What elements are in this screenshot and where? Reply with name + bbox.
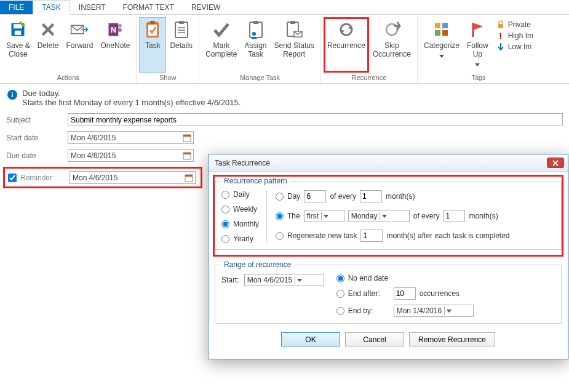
calendar-icon[interactable]: [184, 173, 194, 183]
private-button[interactable]: Private: [496, 20, 533, 30]
info-line2: Starts the first Monday of every 1 month…: [22, 98, 241, 107]
group-manage-label: Manage Task: [240, 73, 280, 83]
skip-occurrence-button[interactable]: Skip Occurrence: [369, 17, 415, 73]
day-number-input[interactable]: [304, 190, 326, 196]
task-button[interactable]: Task: [139, 17, 166, 73]
save-icon: [8, 20, 28, 39]
group-recurrence-label: Recurrence: [352, 73, 387, 83]
start-date-input[interactable]: Mon 4/6/2015: [68, 131, 194, 144]
send-status-button[interactable]: Send Status Report: [271, 17, 318, 73]
reminder-checkbox[interactable]: [8, 174, 17, 182]
followup-label: Follow Up: [467, 42, 488, 59]
svg-rect-1: [14, 24, 22, 28]
svg-rect-9: [148, 25, 157, 36]
svg-rect-16: [250, 22, 262, 38]
group-recurrence: Recurrence Skip Occurrence Recurrence: [321, 17, 418, 83]
forward-button[interactable]: Forward: [62, 17, 97, 73]
reminder-date-input[interactable]: Mon 4/6/2015: [70, 171, 196, 184]
info-icon: i: [7, 90, 17, 100]
clipboard-person-icon: [246, 20, 266, 39]
svg-rect-17: [253, 21, 258, 24]
tab-file[interactable]: FILE: [0, 1, 33, 14]
svg-rect-10: [150, 21, 155, 24]
svg-rect-32: [185, 175, 193, 177]
flag-icon: [468, 20, 487, 39]
tab-task[interactable]: TASK: [33, 0, 70, 15]
due-date-label: Due date: [6, 151, 68, 160]
delete-icon: [38, 20, 58, 39]
pattern-day-option[interactable]: Day of every month(s): [276, 190, 555, 196]
delete-label: Delete: [38, 42, 59, 50]
exclamation-icon: !: [496, 31, 506, 41]
tab-format-text[interactable]: FORMAT TEXT: [114, 1, 183, 14]
details-button[interactable]: Details: [166, 17, 196, 73]
day-months-input[interactable]: [360, 190, 382, 196]
save-close-label: Save & Close: [6, 42, 30, 59]
svg-text:N: N: [111, 26, 116, 34]
due-date-value: Mon 4/6/2015: [71, 151, 116, 160]
svg-rect-20: [290, 21, 295, 24]
save-close-button[interactable]: Save & Close: [2, 17, 34, 73]
mark-complete-label: Mark Complete: [205, 42, 237, 59]
ribbon: Save & Close Delete Forward N OneNote: [0, 15, 569, 84]
group-tags-label: Tags: [471, 73, 485, 83]
svg-rect-26: [498, 24, 503, 28]
info-line1: Due today.: [22, 89, 241, 98]
delete-button[interactable]: Delete: [34, 17, 63, 73]
group-actions: Save & Close Delete Forward N OneNote: [0, 17, 137, 83]
svg-rect-24: [435, 30, 440, 36]
svg-rect-25: [442, 30, 448, 36]
svg-rect-30: [183, 153, 191, 154]
categorize-button[interactable]: Categorize: [420, 17, 463, 73]
frequency-options: Daily Weekly Monthly Yearly: [221, 190, 267, 196]
subject-label: Subject: [6, 116, 68, 124]
recurrence-label: Recurrence: [327, 42, 365, 50]
followup-button[interactable]: Follow Up: [463, 17, 492, 73]
calendar-icon[interactable]: [182, 151, 192, 161]
svg-point-18: [252, 32, 256, 36]
recurrence-icon: [336, 20, 356, 39]
onenote-button[interactable]: N OneNote: [97, 17, 133, 73]
tab-review[interactable]: REVIEW: [183, 1, 229, 14]
priority-list: Private ! High Im Low Im: [492, 17, 537, 73]
tab-insert[interactable]: INSERT: [70, 1, 114, 14]
ribbon-tabs: FILE TASK INSERT FORMAT TEXT REVIEW: [0, 0, 569, 15]
low-importance-button[interactable]: Low Im: [496, 42, 533, 52]
forward-label: Forward: [66, 42, 93, 50]
high-label: High Im: [508, 31, 533, 40]
subject-input[interactable]: [68, 113, 563, 126]
check-icon: [212, 20, 231, 39]
group-tags: Categorize Follow Up Private ! High Im: [418, 17, 539, 83]
high-importance-button[interactable]: ! High Im: [496, 31, 533, 41]
private-label: Private: [508, 20, 531, 29]
svg-rect-23: [442, 23, 448, 28]
onenote-label: OneNote: [100, 42, 130, 50]
freq-daily[interactable]: Daily: [221, 190, 259, 196]
assign-task-button[interactable]: Assign Task: [241, 17, 270, 73]
pattern-legend: Recurrence pattern: [221, 177, 290, 185]
chevron-down-icon: [475, 60, 480, 69]
skip-label: Skip Occurrence: [373, 42, 411, 59]
group-actions-label: Actions: [57, 73, 79, 83]
svg-rect-12: [179, 21, 184, 24]
svg-rect-28: [183, 135, 191, 137]
start-date-value: Mon 4/6/2015: [71, 134, 116, 142]
close-icon: [552, 160, 559, 166]
due-date-input[interactable]: Mon 4/6/2015: [68, 149, 194, 162]
forward-icon: [70, 20, 89, 39]
dialog-titlebar[interactable]: Task Recurrence: [209, 154, 568, 172]
svg-rect-6: [119, 24, 122, 27]
recurrence-pattern-group: Recurrence pattern Daily Weekly Monthly …: [215, 177, 562, 196]
chevron-down-icon: [439, 52, 444, 60]
recurrence-button[interactable]: Recurrence: [324, 17, 369, 73]
clipboard-details-icon: [172, 20, 191, 39]
info-bar: i Due today. Starts the first Monday of …: [0, 84, 569, 113]
reminder-date-value: Mon 4/6/2015: [73, 174, 117, 182]
svg-rect-2: [15, 31, 22, 35]
mark-complete-button[interactable]: Mark Complete: [202, 17, 241, 73]
arrow-down-icon: [496, 42, 506, 52]
reminder-row: Reminder Mon 4/6/2015: [3, 167, 202, 188]
close-button[interactable]: [547, 158, 564, 168]
calendar-icon[interactable]: [182, 133, 192, 143]
svg-rect-7: [119, 28, 122, 31]
